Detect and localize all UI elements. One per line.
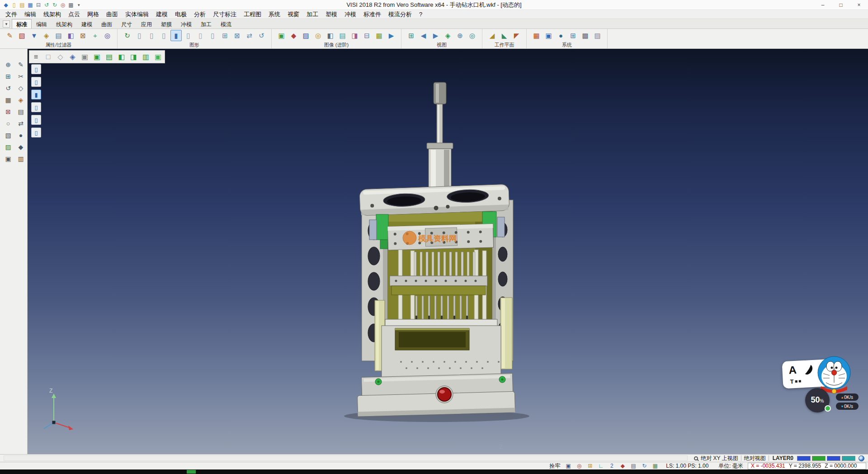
trim-tool-icon[interactable]: ✂ xyxy=(15,71,26,82)
plane-tool-icon[interactable]: ▣ xyxy=(3,153,14,164)
tab-caret-icon[interactable]: ▾ xyxy=(3,20,10,28)
texture-icon[interactable]: ▨ xyxy=(300,30,311,41)
menu-item[interactable]: 塑模 xyxy=(322,10,341,19)
sketch-tool-icon[interactable]: ✎ xyxy=(15,59,26,70)
ribbon-tab[interactable]: 曲面 xyxy=(97,19,117,28)
wireframe-icon[interactable]: ▯ xyxy=(146,30,157,41)
machine-middle-plates[interactable] xyxy=(390,276,487,295)
world-icon[interactable]: ● xyxy=(555,30,566,41)
snapshot-icon[interactable]: ▦ xyxy=(373,30,385,41)
viewport-3d[interactable]: ≡□◇◈▣▣▤◧◨▥▣ ▯▯▮▯▯▯ xyxy=(28,49,868,454)
view-front-cube-icon[interactable]: ◧ xyxy=(116,51,127,62)
shaded-edges-icon[interactable]: ▯ xyxy=(183,30,194,41)
shaded-view-icon[interactable]: ▮ xyxy=(170,30,182,41)
doc-slot-icon-3[interactable]: ▮ xyxy=(31,90,41,100)
zoom-tool-icon[interactable]: ⊕ xyxy=(3,59,14,70)
save-doc-icon[interactable]: ▦ xyxy=(26,1,34,9)
view-refit-icon[interactable]: ◎ xyxy=(467,30,478,41)
menu-item[interactable]: 文件 xyxy=(2,10,21,19)
layer-color-swatch[interactable] xyxy=(842,456,855,461)
menu-item[interactable]: 工程图 xyxy=(240,10,265,19)
mesh-tool-icon[interactable]: ▦ xyxy=(3,95,14,105)
active-layer[interactable]: LAYER0 xyxy=(773,455,793,461)
hatch-tool-icon[interactable]: ▧ xyxy=(3,130,14,141)
system-config-icon[interactable]: ▩ xyxy=(580,30,591,41)
clip-plane-icon[interactable]: ⊟ xyxy=(361,30,373,41)
ruler-icon[interactable]: ▨ xyxy=(592,30,603,41)
display-settings-icon[interactable]: ▣ xyxy=(543,30,554,41)
delete-tool-icon[interactable]: ⊠ xyxy=(3,106,14,117)
ribbon-tab[interactable]: 标准 xyxy=(12,19,32,28)
view-left-cube-icon[interactable]: ▥ xyxy=(140,51,151,62)
app-icon[interactable]: ◆ xyxy=(2,1,10,9)
menu-item[interactable]: 编辑 xyxy=(21,10,40,19)
machine-model[interactable]: 模具资料网 Z Z xyxy=(28,49,868,454)
view-blank-icon[interactable]: □ xyxy=(42,51,54,62)
machine-lower-pins[interactable] xyxy=(415,296,468,319)
menu-item[interactable]: 标准件 xyxy=(360,10,385,19)
profile-tool-icon[interactable]: ◇ xyxy=(15,83,26,94)
minimize-button[interactable]: – xyxy=(814,0,832,9)
material-icon[interactable]: ◆ xyxy=(288,30,299,41)
view-mode-indicator[interactable]: 绝对 XY 上视图 xyxy=(701,455,738,462)
zoom-window-icon[interactable]: ⊞ xyxy=(219,30,231,41)
background-icon[interactable]: ▤ xyxy=(337,30,348,41)
layer-color-swatch[interactable] xyxy=(812,456,826,461)
menu-item[interactable]: 模流分析 xyxy=(385,10,415,19)
ribbon-tab[interactable]: 加工 xyxy=(196,19,216,28)
qat-caret-icon[interactable]: ▾ xyxy=(75,3,83,7)
ortho-mode-icon[interactable]: ∟ xyxy=(597,462,605,469)
snap-lock-toggle[interactable]: 拴牢 xyxy=(549,462,560,470)
menu-item[interactable]: 冲模 xyxy=(341,10,360,19)
ribbon-tab[interactable]: 塑膜 xyxy=(156,19,176,28)
zoom-extents-icon[interactable]: ⊠ xyxy=(231,30,243,41)
hidden-line-icon[interactable]: ▯ xyxy=(158,30,170,41)
menu-item[interactable]: 系统 xyxy=(265,10,284,19)
menu-item[interactable]: 尺寸标注 xyxy=(209,10,240,19)
machine-top-plate[interactable] xyxy=(359,184,509,215)
copy-attributes-icon[interactable]: ▧ xyxy=(16,30,28,41)
selection-mask-icon[interactable]: ⊠ xyxy=(77,30,89,41)
view-right-cube-icon[interactable]: ◨ xyxy=(128,51,139,62)
menu-item[interactable]: 曲面 xyxy=(103,10,122,19)
doc-slot-icon-5[interactable]: ▯ xyxy=(31,115,41,125)
layer-color-swatch[interactable] xyxy=(797,456,811,461)
circle-tool-icon[interactable]: ○ xyxy=(3,118,14,129)
menu-item[interactable]: 实体编辑 xyxy=(122,10,152,19)
point-tool-icon[interactable]: ● xyxy=(15,130,26,141)
color-settings-icon[interactable]: ▦ xyxy=(531,30,542,41)
transparent-view-icon[interactable]: ▯ xyxy=(195,30,206,41)
snap-grid-tool-icon[interactable]: ⊞ xyxy=(3,71,14,82)
shadow-icon[interactable]: ◧ xyxy=(325,30,336,41)
redo-icon[interactable]: ↻ xyxy=(51,1,59,9)
filter-color-icon[interactable]: ◈ xyxy=(41,30,52,41)
table-settings-icon[interactable]: ⊞ xyxy=(567,30,579,41)
undo-icon[interactable]: ↺ xyxy=(42,1,51,9)
doc-slot-icon-1[interactable]: ▯ xyxy=(31,64,41,74)
grid-display-icon[interactable]: ▦ xyxy=(651,462,659,469)
ribbon-tab[interactable]: 线架构 xyxy=(52,19,77,28)
section-view-icon[interactable]: ◨ xyxy=(349,30,360,41)
filter-layer-icon[interactable]: ▤ xyxy=(53,30,64,41)
machine-base[interactable] xyxy=(357,374,515,417)
view-previous-icon[interactable]: ◀ xyxy=(418,30,429,41)
dynamic-section-icon[interactable]: ▯ xyxy=(207,30,218,41)
element-info-icon[interactable]: ◎ xyxy=(102,30,113,41)
menu-item[interactable]: 点云 xyxy=(65,10,84,19)
rotate-view-icon[interactable]: ↺ xyxy=(256,30,267,41)
workplane-lock-icon[interactable]: ▤ xyxy=(629,462,637,469)
view-zoom-icon[interactable]: ⊕ xyxy=(454,30,466,41)
view-iso-icon[interactable]: ◈ xyxy=(442,30,453,41)
edit-attributes-icon[interactable]: ✎ xyxy=(4,30,15,41)
swap-tool-icon[interactable]: ⇄ xyxy=(15,118,26,129)
taskbar-app-indicator[interactable] xyxy=(187,470,196,474)
open-doc-icon[interactable]: ▤ xyxy=(18,1,26,9)
doc-slot-icon-2[interactable]: ▯ xyxy=(31,77,41,87)
solid-tool-icon[interactable]: ◈ xyxy=(15,95,26,105)
settings-icon[interactable]: ▩ xyxy=(67,1,75,9)
new-doc-icon[interactable]: ▯ xyxy=(10,1,18,9)
filter-type-icon[interactable]: ◧ xyxy=(65,30,76,41)
menu-item[interactable]: 加工 xyxy=(303,10,322,19)
layers-tool-icon[interactable]: ▤ xyxy=(15,106,26,117)
depth-mode-icon[interactable]: 2 xyxy=(608,462,616,469)
